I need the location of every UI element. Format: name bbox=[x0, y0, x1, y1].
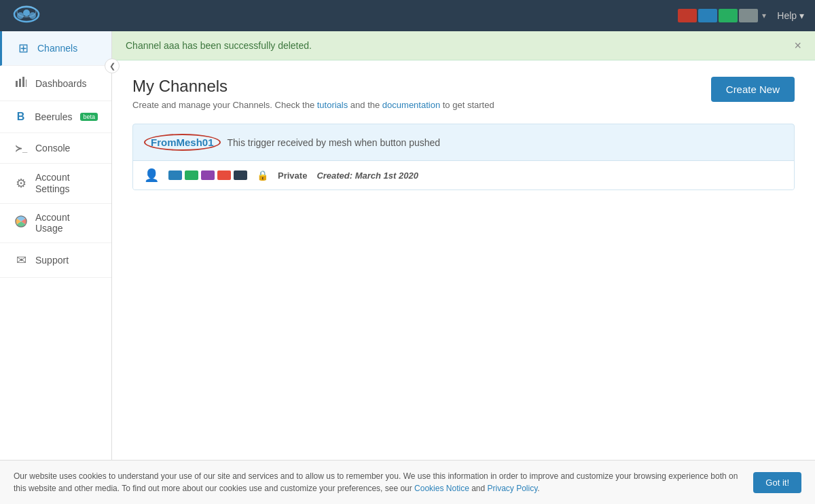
sidebar-item-account-settings[interactable]: ⚙ AccountSettings bbox=[0, 164, 111, 204]
sidebar-item-channels[interactable]: ⊞ Channels bbox=[0, 31, 111, 66]
sidebar-item-beerules[interactable]: B Beerules beta bbox=[0, 101, 111, 133]
sidebar-item-support[interactable]: ✉ Support bbox=[0, 243, 111, 278]
beerules-icon: B bbox=[14, 111, 28, 123]
page-title-block: My Channels Create and manage your Chann… bbox=[132, 77, 494, 110]
svg-rect-8 bbox=[26, 79, 26, 87]
account-settings-icon: ⚙ bbox=[14, 176, 29, 191]
svg-rect-5 bbox=[16, 81, 18, 87]
create-new-button[interactable]: Create New bbox=[711, 77, 795, 102]
sidebar-label-support: Support bbox=[35, 255, 69, 266]
svg-rect-6 bbox=[19, 79, 21, 87]
main-layout: ❮ ⊞ Channels Dashboards B Beerules beta … bbox=[0, 31, 815, 460]
avatar-red bbox=[678, 9, 697, 22]
privacy-policy-link[interactable]: Privacy Policy bbox=[488, 484, 538, 493]
channel-card: FromMesh01 This trigger received by mesh… bbox=[132, 124, 795, 190]
logo[interactable] bbox=[11, 3, 42, 28]
channel-header: FromMesh01 This trigger received by mesh… bbox=[133, 124, 794, 160]
content-area: Channel aaa has been successfully delete… bbox=[112, 31, 815, 460]
sidebar-label-account-settings: AccountSettings bbox=[35, 172, 70, 195]
avatar-blue bbox=[698, 9, 717, 22]
cookies-notice-link[interactable]: Cookies Notice bbox=[414, 484, 469, 493]
documentation-link[interactable]: documentation bbox=[382, 100, 440, 110]
cookie-text-pre: Our website uses cookies to understand y… bbox=[14, 471, 738, 493]
channel-name-link[interactable]: FromMesh01 bbox=[151, 137, 214, 148]
created-label: Created: March 1st 2020 bbox=[316, 170, 418, 181]
meta-color-4 bbox=[217, 170, 231, 180]
sidebar: ❮ ⊞ Channels Dashboards B Beerules beta … bbox=[0, 31, 112, 460]
cookie-text: Our website uses cookies to understand y… bbox=[14, 470, 740, 494]
help-button[interactable]: Help ▾ bbox=[777, 10, 804, 21]
svg-point-2 bbox=[23, 10, 30, 16]
private-label: Private bbox=[278, 170, 307, 181]
channel-name-circle: FromMesh01 bbox=[144, 134, 221, 151]
channel-meta: 👤 🔒 Private Created: March 1st 2020 bbox=[133, 160, 794, 190]
sidebar-item-account-usage[interactable]: AccountUsage bbox=[0, 204, 111, 244]
user-avatar-group[interactable]: ▾ bbox=[678, 9, 766, 22]
cookie-text-end: . bbox=[537, 484, 539, 493]
sidebar-label-console: Console bbox=[35, 143, 70, 154]
support-icon: ✉ bbox=[14, 253, 29, 268]
banner-close-button[interactable]: × bbox=[794, 39, 801, 52]
success-banner: Channel aaa has been successfully delete… bbox=[112, 31, 815, 60]
top-nav: ▾ Help ▾ bbox=[0, 0, 815, 31]
account-usage-icon bbox=[14, 215, 29, 232]
page-content: My Channels Create and manage your Chann… bbox=[112, 60, 815, 460]
channels-icon: ⊞ bbox=[16, 41, 31, 56]
beta-badge: beta bbox=[80, 113, 98, 121]
sidebar-item-dashboards[interactable]: Dashboards bbox=[0, 66, 111, 101]
sidebar-label-channels: Channels bbox=[37, 43, 77, 54]
page-subtitle: Create and manage your Channels. Check t… bbox=[132, 100, 494, 110]
cookie-banner: Our website uses cookies to understand y… bbox=[0, 460, 815, 504]
sidebar-item-console[interactable]: ≻_ Console bbox=[0, 133, 111, 164]
top-nav-right: ▾ Help ▾ bbox=[678, 9, 804, 22]
avatar-gray bbox=[739, 9, 758, 22]
cookie-text-mid: and bbox=[469, 484, 488, 493]
subtitle-pre: Create and manage your Channels. Check t… bbox=[132, 100, 317, 110]
got-it-button[interactable]: Got it! bbox=[753, 472, 801, 493]
channel-description: This trigger received by mesh when butto… bbox=[228, 137, 441, 148]
person-icon: 👤 bbox=[144, 168, 159, 183]
sidebar-label-account-usage: AccountUsage bbox=[35, 212, 70, 235]
sidebar-label-dashboards: Dashboards bbox=[35, 78, 87, 89]
meta-color-2 bbox=[185, 170, 198, 180]
avatar-green bbox=[719, 9, 738, 22]
banner-message: Channel aaa has been successfully delete… bbox=[126, 40, 312, 51]
dashboards-icon bbox=[14, 75, 29, 91]
tutorials-link[interactable]: tutorials bbox=[317, 100, 348, 110]
page-header: My Channels Create and manage your Chann… bbox=[132, 77, 795, 110]
meta-color-5 bbox=[234, 170, 247, 180]
subtitle-post: to get started bbox=[440, 100, 494, 110]
sidebar-label-beerules: Beerules bbox=[35, 111, 72, 122]
lock-icon: 🔒 bbox=[257, 170, 268, 181]
avatar-dropdown-arrow: ▾ bbox=[762, 11, 766, 20]
meta-color-1 bbox=[168, 170, 182, 180]
sidebar-collapse-button[interactable]: ❮ bbox=[105, 58, 120, 73]
svg-rect-7 bbox=[22, 77, 24, 87]
meta-color-3 bbox=[201, 170, 215, 180]
subtitle-mid: and the bbox=[348, 100, 382, 110]
channel-meta-icons bbox=[168, 170, 247, 180]
console-icon: ≻_ bbox=[14, 143, 29, 154]
page-title: My Channels bbox=[132, 77, 494, 96]
